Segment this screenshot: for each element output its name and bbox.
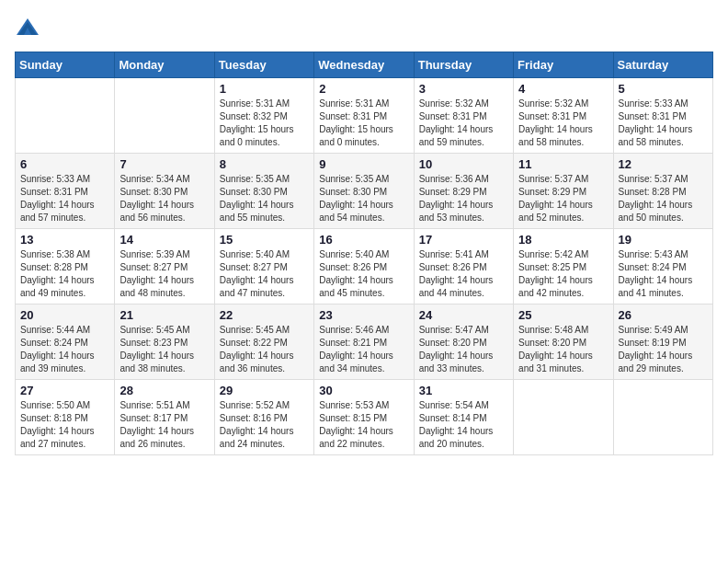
day-info: Sunrise: 5:48 AM Sunset: 8:20 PM Dayligh… bbox=[518, 324, 608, 375]
day-info: Sunrise: 5:45 AM Sunset: 8:23 PM Dayligh… bbox=[119, 324, 209, 375]
weekday-header-wednesday: Wednesday bbox=[314, 52, 414, 78]
day-number: 7 bbox=[119, 157, 209, 171]
day-info: Sunrise: 5:38 AM Sunset: 8:28 PM Dayligh… bbox=[20, 248, 109, 300]
day-number: 22 bbox=[220, 308, 309, 322]
day-info: Sunrise: 5:45 AM Sunset: 8:22 PM Dayligh… bbox=[220, 324, 309, 375]
page-header bbox=[15, 15, 713, 40]
day-info: Sunrise: 5:36 AM Sunset: 8:29 PM Dayligh… bbox=[419, 173, 508, 224]
day-number: 17 bbox=[419, 233, 508, 247]
week-row-5: 27Sunrise: 5:50 AM Sunset: 8:18 PM Dayli… bbox=[16, 380, 713, 455]
calendar-cell: 3Sunrise: 5:32 AM Sunset: 8:31 PM Daylig… bbox=[414, 78, 513, 154]
day-info: Sunrise: 5:33 AM Sunset: 8:31 PM Dayligh… bbox=[619, 98, 708, 149]
calendar-header: SundayMondayTuesdayWednesdayThursdayFrid… bbox=[16, 52, 713, 78]
logo-icon bbox=[15, 15, 40, 40]
calendar-cell: 13Sunrise: 5:38 AM Sunset: 8:28 PM Dayli… bbox=[16, 229, 115, 304]
day-info: Sunrise: 5:46 AM Sunset: 8:21 PM Dayligh… bbox=[319, 324, 408, 375]
day-info: Sunrise: 5:44 AM Sunset: 8:24 PM Dayligh… bbox=[20, 324, 109, 375]
day-number: 21 bbox=[119, 308, 209, 322]
day-number: 23 bbox=[319, 308, 408, 322]
day-number: 26 bbox=[619, 308, 708, 322]
week-row-4: 20Sunrise: 5:44 AM Sunset: 8:24 PM Dayli… bbox=[16, 304, 713, 380]
day-number: 20 bbox=[20, 308, 109, 322]
day-number: 19 bbox=[619, 233, 708, 247]
day-number: 5 bbox=[619, 82, 708, 96]
week-row-3: 13Sunrise: 5:38 AM Sunset: 8:28 PM Dayli… bbox=[16, 229, 713, 304]
calendar-cell: 22Sunrise: 5:45 AM Sunset: 8:22 PM Dayli… bbox=[214, 304, 313, 380]
day-number: 1 bbox=[220, 82, 309, 96]
calendar-cell: 1Sunrise: 5:31 AM Sunset: 8:32 PM Daylig… bbox=[214, 78, 313, 154]
day-info: Sunrise: 5:37 AM Sunset: 8:29 PM Dayligh… bbox=[518, 173, 608, 224]
day-info: Sunrise: 5:32 AM Sunset: 8:31 PM Dayligh… bbox=[419, 98, 508, 149]
calendar-cell: 16Sunrise: 5:40 AM Sunset: 8:26 PM Dayli… bbox=[314, 229, 414, 304]
day-number: 6 bbox=[20, 157, 109, 171]
day-number: 16 bbox=[319, 233, 408, 247]
calendar-table: SundayMondayTuesdayWednesdayThursdayFrid… bbox=[15, 52, 713, 455]
calendar-cell: 14Sunrise: 5:39 AM Sunset: 8:27 PM Dayli… bbox=[115, 229, 214, 304]
day-number: 8 bbox=[220, 157, 309, 171]
weekday-header-monday: Monday bbox=[115, 52, 214, 78]
day-number: 12 bbox=[619, 157, 708, 171]
day-info: Sunrise: 5:47 AM Sunset: 8:20 PM Dayligh… bbox=[419, 324, 508, 375]
calendar-body: 1Sunrise: 5:31 AM Sunset: 8:32 PM Daylig… bbox=[16, 78, 713, 455]
calendar-cell bbox=[16, 78, 115, 154]
calendar-cell: 10Sunrise: 5:36 AM Sunset: 8:29 PM Dayli… bbox=[414, 154, 513, 229]
day-info: Sunrise: 5:42 AM Sunset: 8:25 PM Dayligh… bbox=[518, 248, 608, 300]
calendar-cell bbox=[613, 380, 712, 455]
calendar-cell: 31Sunrise: 5:54 AM Sunset: 8:14 PM Dayli… bbox=[414, 380, 513, 455]
day-info: Sunrise: 5:39 AM Sunset: 8:27 PM Dayligh… bbox=[119, 248, 209, 300]
day-number: 25 bbox=[518, 308, 608, 322]
day-info: Sunrise: 5:33 AM Sunset: 8:31 PM Dayligh… bbox=[20, 173, 109, 224]
day-number: 18 bbox=[518, 233, 608, 247]
day-number: 10 bbox=[419, 157, 508, 171]
calendar-cell: 19Sunrise: 5:43 AM Sunset: 8:24 PM Dayli… bbox=[613, 229, 712, 304]
day-info: Sunrise: 5:32 AM Sunset: 8:31 PM Dayligh… bbox=[518, 98, 608, 149]
day-info: Sunrise: 5:31 AM Sunset: 8:31 PM Dayligh… bbox=[319, 98, 408, 149]
day-number: 31 bbox=[419, 384, 508, 397]
day-number: 24 bbox=[419, 308, 508, 322]
calendar-cell: 17Sunrise: 5:41 AM Sunset: 8:26 PM Dayli… bbox=[414, 229, 513, 304]
day-number: 27 bbox=[20, 384, 109, 397]
calendar-cell: 8Sunrise: 5:35 AM Sunset: 8:30 PM Daylig… bbox=[214, 154, 313, 229]
day-number: 11 bbox=[518, 157, 608, 171]
calendar-cell: 12Sunrise: 5:37 AM Sunset: 8:28 PM Dayli… bbox=[613, 154, 712, 229]
day-number: 9 bbox=[319, 157, 408, 171]
week-row-2: 6Sunrise: 5:33 AM Sunset: 8:31 PM Daylig… bbox=[16, 154, 713, 229]
weekday-header-saturday: Saturday bbox=[613, 52, 712, 78]
day-info: Sunrise: 5:31 AM Sunset: 8:32 PM Dayligh… bbox=[220, 98, 309, 149]
calendar-cell: 18Sunrise: 5:42 AM Sunset: 8:25 PM Dayli… bbox=[514, 229, 613, 304]
day-info: Sunrise: 5:54 AM Sunset: 8:14 PM Dayligh… bbox=[419, 399, 508, 451]
day-info: Sunrise: 5:43 AM Sunset: 8:24 PM Dayligh… bbox=[619, 248, 708, 300]
day-info: Sunrise: 5:52 AM Sunset: 8:16 PM Dayligh… bbox=[220, 399, 309, 451]
day-info: Sunrise: 5:34 AM Sunset: 8:30 PM Dayligh… bbox=[119, 173, 209, 224]
day-number: 29 bbox=[220, 384, 309, 397]
calendar-cell: 11Sunrise: 5:37 AM Sunset: 8:29 PM Dayli… bbox=[514, 154, 613, 229]
calendar-cell bbox=[115, 78, 214, 154]
day-number: 30 bbox=[319, 384, 408, 397]
day-number: 2 bbox=[319, 82, 408, 96]
calendar-cell bbox=[514, 380, 613, 455]
day-info: Sunrise: 5:41 AM Sunset: 8:26 PM Dayligh… bbox=[419, 248, 508, 300]
day-number: 14 bbox=[119, 233, 209, 247]
calendar-cell: 29Sunrise: 5:52 AM Sunset: 8:16 PM Dayli… bbox=[214, 380, 313, 455]
calendar-cell: 27Sunrise: 5:50 AM Sunset: 8:18 PM Dayli… bbox=[16, 380, 115, 455]
day-info: Sunrise: 5:35 AM Sunset: 8:30 PM Dayligh… bbox=[319, 173, 408, 224]
calendar-cell: 24Sunrise: 5:47 AM Sunset: 8:20 PM Dayli… bbox=[414, 304, 513, 380]
calendar-cell: 28Sunrise: 5:51 AM Sunset: 8:17 PM Dayli… bbox=[115, 380, 214, 455]
calendar-cell: 2Sunrise: 5:31 AM Sunset: 8:31 PM Daylig… bbox=[314, 78, 414, 154]
day-info: Sunrise: 5:35 AM Sunset: 8:30 PM Dayligh… bbox=[220, 173, 309, 224]
calendar-cell: 25Sunrise: 5:48 AM Sunset: 8:20 PM Dayli… bbox=[514, 304, 613, 380]
calendar-cell: 23Sunrise: 5:46 AM Sunset: 8:21 PM Dayli… bbox=[314, 304, 414, 380]
day-number: 28 bbox=[119, 384, 209, 397]
day-info: Sunrise: 5:53 AM Sunset: 8:15 PM Dayligh… bbox=[319, 399, 408, 451]
calendar-cell: 30Sunrise: 5:53 AM Sunset: 8:15 PM Dayli… bbox=[314, 380, 414, 455]
weekday-header-thursday: Thursday bbox=[414, 52, 513, 78]
calendar-cell: 26Sunrise: 5:49 AM Sunset: 8:19 PM Dayli… bbox=[613, 304, 712, 380]
logo bbox=[15, 15, 44, 40]
day-info: Sunrise: 5:51 AM Sunset: 8:17 PM Dayligh… bbox=[119, 399, 209, 451]
day-info: Sunrise: 5:37 AM Sunset: 8:28 PM Dayligh… bbox=[619, 173, 708, 224]
day-info: Sunrise: 5:40 AM Sunset: 8:27 PM Dayligh… bbox=[220, 248, 309, 300]
calendar-cell: 6Sunrise: 5:33 AM Sunset: 8:31 PM Daylig… bbox=[16, 154, 115, 229]
weekday-header-sunday: Sunday bbox=[16, 52, 115, 78]
day-number: 13 bbox=[20, 233, 109, 247]
week-row-1: 1Sunrise: 5:31 AM Sunset: 8:32 PM Daylig… bbox=[16, 78, 713, 154]
